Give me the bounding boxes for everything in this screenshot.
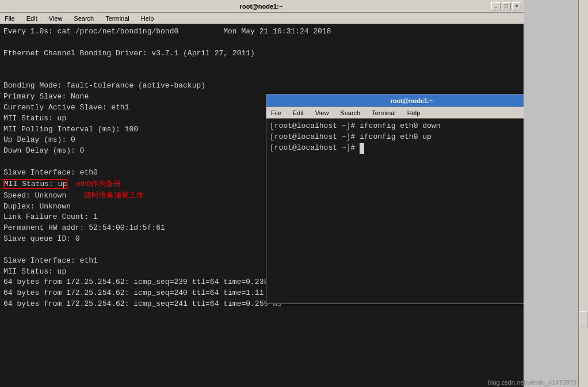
second-menu-file[interactable]: File — [269, 109, 284, 117]
menu-help[interactable]: Help — [139, 14, 156, 22]
line-3: Bonding Mode: fault-tolerance (active-ba… — [3, 81, 520, 92]
watermark: blog.csdn.net/weixin_41476978 — [488, 379, 576, 386]
close-button[interactable]: ✕ — [512, 2, 521, 10]
menu-edit[interactable]: Edit — [24, 14, 40, 22]
main-menubar: File Edit View Search Terminal Help — [0, 13, 524, 24]
annotation-eth0-standby: 随时准备顶替工作 — [84, 191, 144, 199]
line-blank-2 — [3, 59, 520, 70]
right-panel — [524, 0, 588, 387]
second-menu-edit[interactable]: Edit — [291, 109, 306, 117]
line-1: Every 1.0s: cat /proc/net/bonding/bond0 … — [3, 26, 520, 37]
second-menu-search[interactable]: Search — [338, 109, 362, 117]
annotation-eth0-backup: eth0作为备份 — [77, 179, 121, 188]
line-blank-3 — [3, 70, 520, 81]
line-2: Ethernet Channel Bonding Driver: v3.7.1 … — [3, 48, 520, 59]
minimize-button[interactable]: _ — [491, 2, 501, 10]
main-terminal-title: root@node1:~ — [31, 3, 491, 10]
menu-file[interactable]: File — [2, 14, 17, 22]
scrollbar-thumb[interactable] — [579, 311, 587, 328]
menu-search[interactable]: Search — [71, 14, 96, 22]
main-win-controls: _ □ ✕ — [491, 2, 521, 10]
menu-view[interactable]: View — [47, 14, 65, 22]
second-menu-terminal[interactable]: Terminal — [369, 109, 398, 117]
main-titlebar: root@node1:~ _ □ ✕ — [0, 0, 524, 13]
second-terminal-title: root@node1:~ — [280, 97, 544, 104]
second-menu-view[interactable]: View — [313, 109, 331, 117]
menu-terminal[interactable]: Terminal — [103, 14, 132, 22]
second-menu-help[interactable]: Help — [405, 109, 423, 117]
scrollbar-track[interactable] — [578, 0, 588, 387]
mii-status-highlight: MII Status: up — [3, 179, 67, 189]
maximize-button[interactable]: □ — [502, 2, 511, 10]
line-blank-1 — [3, 37, 520, 48]
